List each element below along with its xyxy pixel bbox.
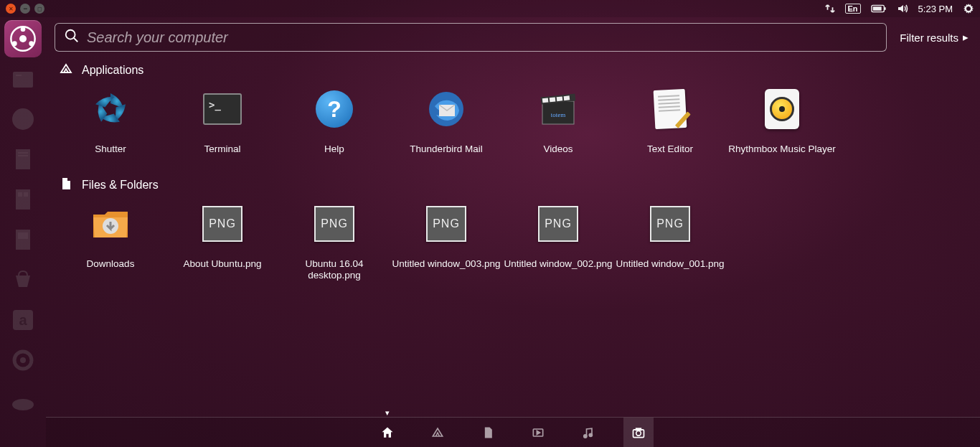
- file-ubuntu-desktop[interactable]: PNG Ubuntu 16.04 desktop.png: [278, 201, 390, 281]
- app-help[interactable]: ? Help: [278, 86, 390, 166]
- file-label: Ubuntu 16.04 desktop.png: [278, 258, 390, 281]
- file-untitled-002[interactable]: PNG Untitled window_002.png: [502, 201, 614, 281]
- svg-rect-17: [24, 192, 28, 197]
- svg-rect-1: [884, 7, 885, 10]
- network-icon[interactable]: [825, 4, 835, 14]
- svg-line-26: [74, 38, 78, 42]
- lens-video[interactable]: [523, 418, 553, 448]
- app-label: Shutter: [95, 143, 126, 166]
- window-controls: ✕ ━ ◻: [6, 4, 44, 14]
- minimize-button[interactable]: ━: [20, 4, 30, 14]
- applications-section-header[interactable]: Applications: [59, 62, 971, 79]
- svg-rect-16: [18, 192, 22, 197]
- png-icon: PNG: [426, 206, 466, 242]
- svg-point-11: [12, 108, 34, 130]
- shutter-icon: [90, 89, 131, 129]
- launcher-drive[interactable]: [4, 382, 42, 419]
- launcher-impress[interactable]: [4, 221, 42, 258]
- launcher-settings[interactable]: [4, 342, 42, 379]
- filter-results-button[interactable]: Filter results ▸: [900, 31, 971, 44]
- svg-rect-19: [18, 232, 28, 239]
- app-thunderbird[interactable]: Thunderbird Mail: [390, 86, 502, 166]
- file-untitled-001[interactable]: PNG Untitled window_001.png: [614, 201, 726, 281]
- app-terminal[interactable]: Terminal: [166, 86, 278, 166]
- app-label: Rhythmbox Music Player: [728, 143, 835, 166]
- texteditor-icon: [654, 89, 687, 129]
- dash-button[interactable]: [4, 20, 42, 57]
- maximize-button[interactable]: ◻: [34, 4, 44, 14]
- lens-files[interactable]: [473, 418, 503, 448]
- file-label: Untitled window_001.png: [616, 258, 725, 281]
- gear-icon[interactable]: [963, 3, 974, 14]
- launcher-amazon[interactable]: a: [4, 301, 42, 339]
- search-input[interactable]: [87, 29, 877, 46]
- battery-icon[interactable]: [871, 4, 887, 13]
- svg-rect-2: [872, 6, 881, 11]
- svg-rect-33: [564, 95, 570, 100]
- file-untitled-003[interactable]: PNG Untitled window_003.png: [390, 201, 502, 281]
- files-section-header[interactable]: Files & Folders: [59, 177, 971, 194]
- applications-title: Applications: [82, 64, 143, 77]
- files-grid: Downloads PNG About Ubuntu.png PNG Ubunt…: [55, 201, 971, 281]
- lens-photos[interactable]: [623, 418, 654, 448]
- svg-point-37: [584, 434, 587, 437]
- file-icon: [59, 177, 73, 194]
- file-about-ubuntu[interactable]: PNG About Ubuntu.png: [166, 201, 278, 281]
- png-icon: PNG: [202, 206, 242, 242]
- help-icon: ?: [316, 90, 353, 128]
- launcher-files[interactable]: [4, 60, 42, 98]
- svg-point-24: [12, 399, 34, 410]
- launcher: a: [0, 17, 46, 447]
- applications-grid: Shutter Terminal ? Help Thunderbird Mail…: [55, 86, 971, 166]
- search-icon: [64, 28, 80, 47]
- app-rhythmbox[interactable]: Rhythmbox Music Player: [726, 86, 838, 166]
- videos-icon: totem: [538, 91, 578, 127]
- chevron-down-icon: ▾: [385, 408, 390, 418]
- lens-home[interactable]: ▾: [372, 418, 402, 448]
- launcher-writer[interactable]: [4, 141, 42, 178]
- system-indicators: En 5:23 PM: [825, 3, 974, 14]
- clock[interactable]: 5:23 PM: [918, 4, 953, 14]
- files-title: Files & Folders: [82, 179, 159, 192]
- file-label: Untitled window_003.png: [392, 258, 501, 281]
- terminal-icon: [203, 93, 242, 125]
- svg-point-40: [636, 430, 641, 436]
- svg-point-3: [967, 7, 971, 11]
- app-shutter[interactable]: Shutter: [55, 86, 166, 166]
- svg-text:totem: totem: [551, 111, 566, 118]
- svg-rect-9: [13, 72, 33, 88]
- app-label: Thunderbird Mail: [410, 143, 482, 166]
- launcher-calc[interactable]: [4, 181, 42, 218]
- lens-bar: ▾: [46, 417, 980, 447]
- svg-point-38: [589, 433, 592, 436]
- svg-rect-10: [16, 75, 22, 76]
- svg-point-23: [20, 357, 26, 363]
- app-videos[interactable]: totem Videos: [502, 86, 614, 166]
- png-icon: PNG: [650, 206, 690, 242]
- top-panel: ✕ ━ ◻ En 5:23 PM: [0, 0, 980, 17]
- svg-point-6: [21, 27, 26, 32]
- launcher-firefox[interactable]: [4, 100, 42, 138]
- keyboard-layout-indicator[interactable]: En: [845, 4, 861, 14]
- dash: Filter results ▸ Applications Shutter Te…: [46, 17, 980, 447]
- search-box[interactable]: [55, 23, 887, 52]
- app-label: Help: [324, 143, 344, 166]
- file-downloads[interactable]: Downloads: [55, 201, 166, 281]
- close-button[interactable]: ✕: [6, 4, 16, 14]
- launcher-software[interactable]: [4, 261, 42, 298]
- lens-applications[interactable]: [423, 418, 453, 448]
- svg-rect-30: [542, 98, 549, 103]
- svg-text:a: a: [19, 312, 27, 328]
- lens-music[interactable]: [573, 418, 603, 448]
- svg-point-7: [12, 41, 17, 46]
- applications-icon: [59, 62, 73, 79]
- file-label: Untitled window_002.png: [504, 258, 613, 281]
- file-label: Downloads: [87, 258, 135, 281]
- svg-rect-32: [557, 96, 563, 101]
- rhythmbox-icon: [765, 89, 799, 129]
- app-label: Text Editor: [647, 143, 693, 166]
- chevron-right-icon: ▸: [963, 31, 969, 44]
- svg-rect-14: [18, 155, 28, 156]
- volume-icon[interactable]: [897, 3, 908, 14]
- app-texteditor[interactable]: Text Editor: [614, 86, 726, 166]
